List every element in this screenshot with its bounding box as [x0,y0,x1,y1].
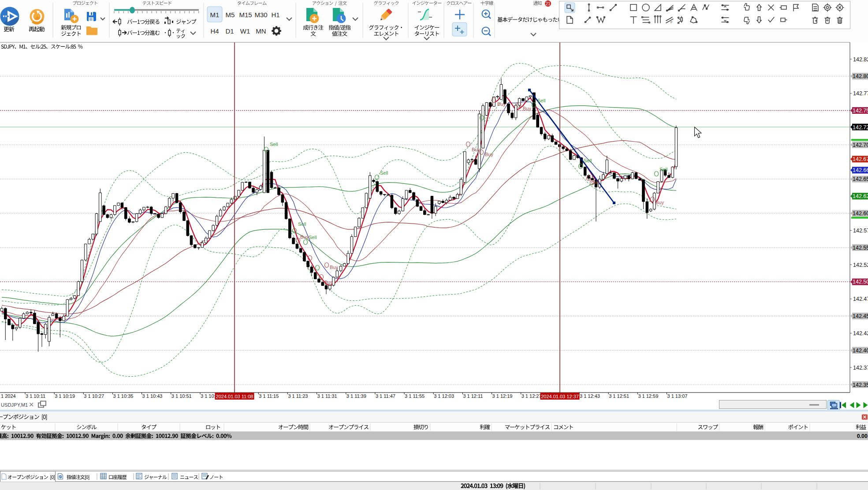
svg-text:F: F [671,21,672,24]
svg-text:Buy: Buy [330,265,338,270]
svg-text:Sell: Sell [537,98,545,103]
svg-text:Buy: Buy [656,200,664,205]
svg-text:Sell: Sell [298,221,306,227]
svg-text:Buy: Buy [485,152,493,157]
svg-text:142.750: 142.750 [853,108,868,114]
svg-text:3 1 10:43: 3 1 10:43 [142,393,163,399]
svg-text:Buy: Buy [300,234,309,239]
svg-text:142.375: 142.375 [853,365,868,371]
svg-text:142.825: 142.825 [853,56,868,63]
svg-text:3 1 10:51: 3 1 10:51 [171,393,192,399]
svg-text:3 1 13:07: 3 1 13:07 [667,393,688,399]
svg-text:3 1 10:11: 3 1 10:11 [26,393,45,399]
svg-text:Buy: Buy [324,280,333,285]
svg-text:3 1 11:15: 3 1 11:15 [259,393,279,399]
svg-text:M1: M1 [210,11,220,19]
svg-text:1 2024: 1 2024 [1,393,16,399]
svg-text:3 1 11:47: 3 1 11:47 [376,393,395,399]
svg-text:3 1 12:19: 3 1 12:19 [492,393,513,399]
svg-text:2024.01.03 11:08: 2024.01.03 11:08 [216,394,253,399]
svg-text:Sell: Sell [584,158,592,163]
svg-text:Buy: Buy [523,106,531,111]
svg-text:3 1 10:35: 3 1 10:35 [113,393,134,399]
svg-text:142.475: 142.475 [853,296,868,302]
svg-text:3 1 10:27: 3 1 10:27 [84,393,104,399]
svg-text:142.663: 142.663 [853,167,868,173]
svg-text:142.624: 142.624 [853,193,868,199]
svg-text:3 1 11:55: 3 1 11:55 [405,393,425,399]
svg-text:2024.01.03 12:37: 2024.01.03 12:37 [541,394,579,399]
svg-text:3 1 11:39: 3 1 11:39 [346,393,366,399]
svg-text:M5: M5 [226,11,235,19]
svg-text:USDJPY,M1: USDJPY,M1 [1,402,28,408]
svg-text:Sell: Sell [270,142,278,147]
svg-text:142.650: 142.650 [853,176,868,182]
svg-text:142.400: 142.400 [853,348,868,354]
svg-text:Sell: Sell [659,167,667,172]
svg-text:3 1 12:27: 3 1 12:27 [522,393,542,399]
svg-text:MN: MN [256,27,266,35]
svg-text:M30: M30 [254,11,267,19]
svg-text:3 1 11:23: 3 1 11:23 [288,393,308,399]
svg-text:142.677: 142.677 [853,156,868,162]
svg-text:3 1 12:03: 3 1 12:03 [434,393,454,399]
svg-text:W1: W1 [240,27,250,35]
svg-text:3 1 12:11: 3 1 12:11 [463,393,483,399]
svg-text:M15: M15 [239,11,252,19]
svg-text:D1: D1 [225,27,234,35]
svg-text:142.600: 142.600 [853,210,868,217]
svg-text:H1: H1 [271,11,279,19]
svg-text:142.500: 142.500 [853,279,868,285]
svg-text:21: 21 [545,1,551,6]
svg-text:142.575: 142.575 [853,228,868,234]
svg-text:Buy: Buy [472,147,480,152]
svg-text:H4: H4 [210,27,219,35]
svg-text:3 1 12:43: 3 1 12:43 [580,393,600,399]
svg-text:3 1 12:59: 3 1 12:59 [638,393,658,399]
svg-text:0.00: 0.00 [857,433,868,439]
svg-text:142.722: 142.722 [853,124,868,131]
svg-text:142.775: 142.775 [853,90,868,97]
svg-text:3 1 11:31: 3 1 11:31 [317,393,337,399]
svg-text:142.800: 142.800 [853,73,868,79]
svg-text:P: P [60,475,61,479]
svg-text:Buy: Buy [591,179,600,184]
svg-text:142.425: 142.425 [853,330,868,337]
svg-text:3 1 12:51: 3 1 12:51 [609,393,629,399]
svg-text:142.450: 142.450 [853,313,868,319]
svg-text:Buy: Buy [497,101,506,107]
svg-text:142.350: 142.350 [853,382,868,388]
svg-text:142.700: 142.700 [853,142,868,148]
svg-text:3 1 10:19: 3 1 10:19 [55,393,75,399]
svg-text:Sell: Sell [380,170,388,176]
svg-text:142.550: 142.550 [853,245,868,251]
svg-text:Sell: Sell [309,235,317,240]
svg-text:142.525: 142.525 [853,262,868,268]
